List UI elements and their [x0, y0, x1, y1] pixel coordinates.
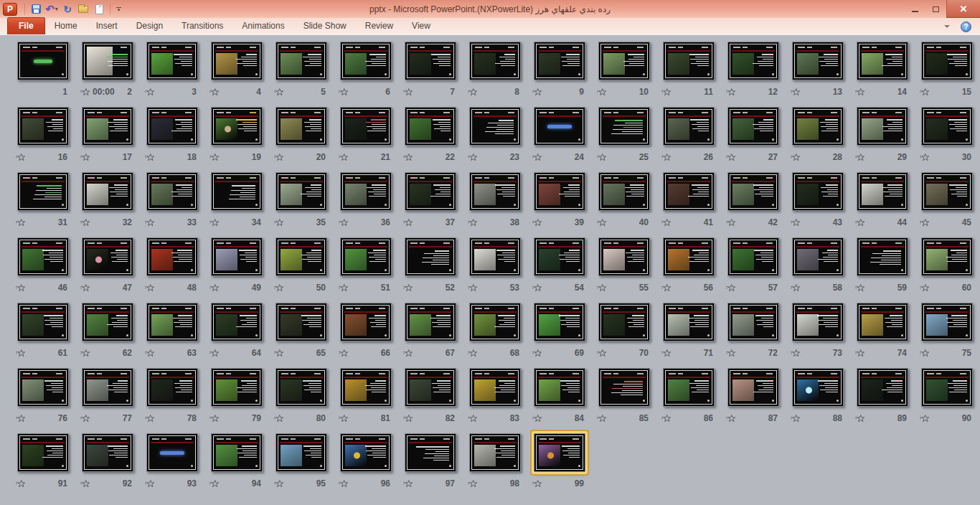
play-animation-star-icon[interactable]	[16, 414, 26, 423]
help-icon[interactable]: ?	[961, 22, 971, 32]
slide-thumbnail-50[interactable]	[275, 237, 327, 276]
play-animation-star-icon[interactable]	[661, 88, 672, 97]
play-animation-star-icon[interactable]	[468, 349, 478, 358]
tab-review[interactable]: Review	[356, 18, 402, 34]
tab-animations[interactable]: Animations	[232, 18, 293, 34]
slide-thumbnail-66[interactable]	[340, 303, 392, 341]
play-animation-star-icon[interactable]	[403, 88, 413, 97]
slide-thumbnail-94[interactable]	[211, 433, 263, 472]
play-animation-star-icon[interactable]	[661, 218, 672, 227]
slide-thumbnail-82[interactable]	[405, 368, 456, 407]
minimize-ribbon-icon[interactable]	[944, 25, 951, 29]
slide-thumbnail-7[interactable]	[405, 42, 456, 80]
slide-thumbnail-91[interactable]	[17, 433, 69, 472]
play-animation-star-icon[interactable]	[339, 349, 349, 358]
slide-thumbnail-21[interactable]	[340, 107, 392, 146]
redo-icon[interactable]: ↻	[61, 3, 74, 16]
minimize-button[interactable]	[905, 0, 925, 18]
play-animation-star-icon[interactable]	[661, 349, 672, 358]
slide-thumbnail-87[interactable]	[727, 368, 779, 407]
slide-thumbnail-78[interactable]	[146, 368, 198, 407]
slide-thumbnail-26[interactable]	[663, 107, 715, 146]
play-animation-star-icon[interactable]	[209, 218, 220, 227]
play-animation-star-icon[interactable]	[209, 88, 220, 97]
play-animation-star-icon[interactable]	[920, 283, 930, 293]
slide-thumbnail-30[interactable]	[921, 107, 973, 146]
play-animation-star-icon[interactable]	[791, 283, 801, 293]
play-animation-star-icon[interactable]	[920, 218, 930, 227]
play-animation-star-icon[interactable]	[209, 479, 220, 489]
slide-thumbnail-90[interactable]	[921, 368, 973, 407]
play-animation-star-icon[interactable]	[532, 479, 542, 489]
slide-thumbnail-25[interactable]	[598, 107, 650, 146]
slide-thumbnail-8[interactable]	[469, 42, 521, 80]
slide-thumbnail-38[interactable]	[469, 172, 521, 211]
play-animation-star-icon[interactable]	[145, 479, 155, 489]
slide-thumbnail-47[interactable]	[82, 237, 133, 276]
slide-thumbnail-83[interactable]	[469, 368, 521, 407]
play-animation-star-icon[interactable]	[791, 218, 801, 227]
slide-thumbnail-43[interactable]	[792, 172, 844, 211]
play-animation-star-icon[interactable]	[80, 479, 90, 489]
slide-thumbnail-32[interactable]	[82, 172, 133, 211]
slide-thumbnail-24[interactable]	[534, 107, 585, 146]
slide-thumbnail-62[interactable]	[82, 303, 133, 341]
slide-thumbnail-53[interactable]	[469, 237, 521, 276]
slide-thumbnail-33[interactable]	[146, 172, 198, 211]
slide-thumbnail-22[interactable]	[405, 107, 456, 146]
slide-thumbnail-11[interactable]	[663, 42, 715, 80]
play-animation-star-icon[interactable]	[661, 414, 672, 423]
play-animation-star-icon[interactable]	[855, 349, 865, 358]
powerpoint-app-icon[interactable]: P	[3, 3, 17, 16]
slide-thumbnail-85[interactable]	[598, 368, 650, 407]
play-animation-star-icon[interactable]	[339, 88, 349, 97]
play-animation-star-icon[interactable]	[920, 88, 930, 97]
slide-thumbnail-74[interactable]	[857, 303, 908, 341]
play-animation-star-icon[interactable]	[468, 479, 478, 489]
undo-dropdown-icon[interactable]: ▾	[55, 6, 58, 12]
play-animation-star-icon[interactable]	[726, 283, 736, 293]
slide-thumbnail-54[interactable]	[534, 237, 585, 276]
slide-thumbnail-15[interactable]	[921, 42, 973, 80]
play-animation-star-icon[interactable]	[16, 283, 26, 293]
slide-thumbnail-3[interactable]	[146, 42, 198, 80]
play-animation-star-icon[interactable]	[855, 218, 865, 227]
slide-thumbnail-1[interactable]	[17, 42, 69, 80]
tab-design[interactable]: Design	[127, 18, 172, 34]
play-animation-star-icon[interactable]	[80, 414, 90, 423]
play-animation-star-icon[interactable]	[80, 283, 90, 293]
play-animation-star-icon[interactable]	[597, 218, 607, 227]
slide-thumbnail-63[interactable]	[146, 303, 198, 341]
play-animation-star-icon[interactable]	[209, 153, 220, 162]
play-animation-star-icon[interactable]	[532, 153, 542, 162]
slide-thumbnail-84[interactable]	[534, 368, 585, 407]
play-animation-star-icon[interactable]	[274, 349, 284, 358]
play-animation-star-icon[interactable]	[145, 414, 155, 423]
slide-thumbnail-17[interactable]	[82, 107, 133, 146]
play-animation-star-icon[interactable]	[274, 218, 284, 227]
slide-thumbnail-51[interactable]	[340, 237, 392, 276]
play-animation-star-icon[interactable]	[145, 349, 155, 358]
slide-thumbnail-13[interactable]	[792, 42, 844, 80]
play-animation-star-icon[interactable]	[597, 88, 607, 97]
play-animation-star-icon[interactable]	[468, 283, 478, 293]
play-animation-star-icon[interactable]	[403, 283, 413, 293]
slide-thumbnail-34[interactable]	[211, 172, 263, 211]
slide-thumbnail-57[interactable]	[727, 237, 779, 276]
slide-thumbnail-44[interactable]	[857, 172, 908, 211]
slide-thumbnail-93[interactable]	[146, 433, 198, 472]
play-animation-star-icon[interactable]	[16, 218, 26, 227]
slide-thumbnail-6[interactable]	[340, 42, 392, 80]
play-animation-star-icon[interactable]	[274, 479, 284, 489]
slide-thumbnail-12[interactable]	[727, 42, 779, 80]
slide-thumbnail-37[interactable]	[405, 172, 456, 211]
play-animation-star-icon[interactable]	[726, 349, 736, 358]
play-animation-star-icon[interactable]	[16, 349, 26, 358]
play-animation-star-icon[interactable]	[726, 153, 736, 162]
slide-thumbnail-80[interactable]	[275, 368, 327, 407]
play-animation-star-icon[interactable]	[80, 349, 90, 358]
slide-thumbnail-4[interactable]	[211, 42, 263, 80]
play-animation-star-icon[interactable]	[339, 153, 349, 162]
play-animation-star-icon[interactable]	[403, 414, 413, 423]
play-animation-star-icon[interactable]	[145, 218, 155, 227]
